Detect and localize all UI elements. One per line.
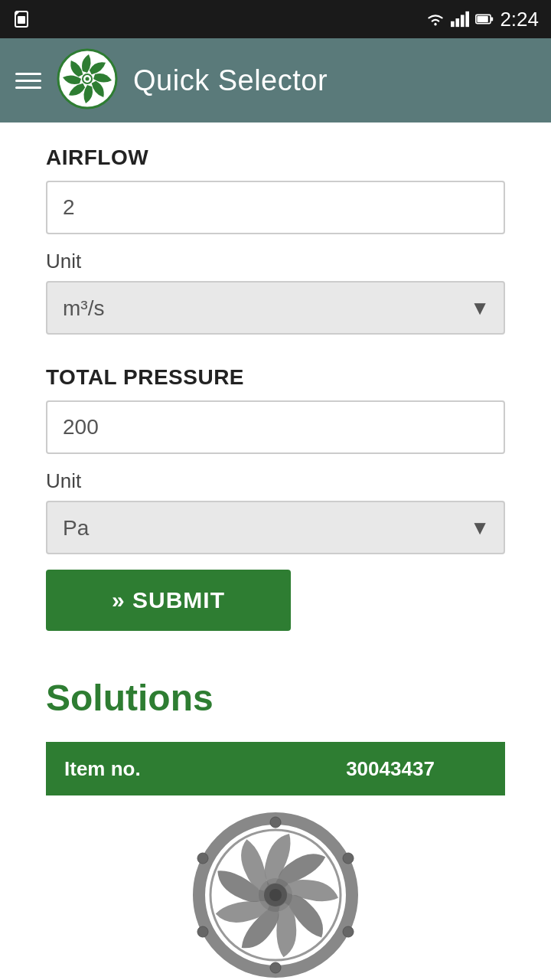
svg-point-22 — [197, 853, 208, 864]
total-pressure-unit-label: Unit — [46, 469, 505, 493]
airflow-label: AIRFLOW — [46, 145, 505, 170]
svg-rect-1 — [18, 16, 25, 24]
svg-rect-9 — [478, 16, 488, 22]
wifi-icon — [426, 10, 445, 28]
svg-rect-6 — [461, 15, 465, 27]
item-no-label-cell: Item no. — [46, 742, 276, 795]
app-title: Quick Selector — [133, 64, 328, 97]
total-pressure-label: TOTAL PRESSURE — [46, 365, 505, 390]
svg-point-14 — [86, 77, 90, 81]
total-pressure-unit-wrapper: Pa mmWG inWG ▼ — [46, 501, 505, 554]
status-right: 2:24 — [426, 8, 539, 31]
app-logo — [57, 48, 118, 113]
submit-container: » SUBMIT — [46, 554, 505, 631]
airflow-unit-label: Unit — [46, 250, 505, 273]
svg-rect-5 — [456, 18, 460, 27]
submit-button[interactable]: » SUBMIT — [46, 570, 291, 631]
svg-point-24 — [197, 926, 208, 937]
table-row: Item no. 30043437 — [46, 742, 505, 795]
airflow-unit-select[interactable]: m³/s l/s m³/h CFM — [46, 281, 505, 335]
svg-rect-7 — [466, 11, 470, 27]
status-bar: 2:24 — [0, 0, 551, 38]
menu-button[interactable] — [15, 73, 41, 89]
airflow-input[interactable] — [46, 181, 505, 234]
solutions-table: Item no. 30043437 — [46, 742, 505, 795]
status-left — [12, 10, 31, 28]
solutions-section: Solutions Item no. 30043437 — [46, 677, 505, 980]
total-pressure-input[interactable] — [46, 400, 505, 454]
item-no-value-cell: 30043437 — [276, 742, 505, 795]
svg-point-19 — [269, 889, 282, 901]
total-pressure-section: TOTAL PRESSURE Unit Pa mmWG inWG ▼ — [46, 365, 505, 554]
time-display: 2:24 — [500, 8, 539, 31]
svg-rect-4 — [451, 21, 455, 27]
battery-icon — [475, 10, 494, 28]
svg-point-3 — [435, 23, 437, 25]
sim-card-icon — [12, 10, 31, 28]
svg-rect-10 — [491, 18, 493, 21]
svg-point-23 — [343, 853, 354, 864]
svg-marker-2 — [15, 11, 20, 16]
product-image-container — [46, 795, 505, 980]
svg-point-25 — [343, 926, 354, 937]
main-content: AIRFLOW Unit m³/s l/s m³/h CFM ▼ TOTAL P… — [0, 122, 551, 980]
signal-icon — [451, 10, 469, 28]
total-pressure-unit-select[interactable]: Pa mmWG inWG — [46, 501, 505, 554]
app-header: Quick Selector — [0, 38, 551, 122]
product-fan-image — [145, 811, 406, 979]
svg-point-21 — [270, 962, 281, 973]
airflow-unit-wrapper: m³/s l/s m³/h CFM ▼ — [46, 281, 505, 335]
airflow-section: AIRFLOW Unit m³/s l/s m³/h CFM ▼ — [46, 145, 505, 335]
solutions-title: Solutions — [46, 677, 505, 719]
svg-point-20 — [270, 817, 281, 828]
